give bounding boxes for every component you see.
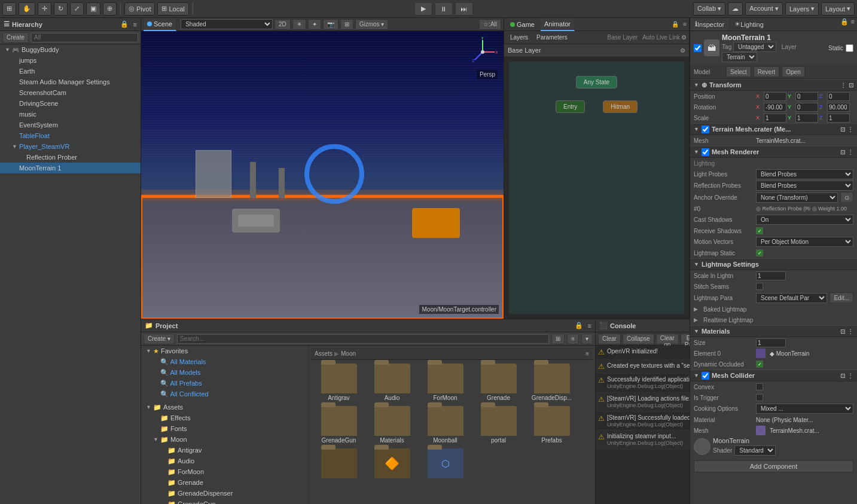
pause-btn[interactable]: ⏸ [435, 2, 453, 16]
object-active-checkbox[interactable] [694, 44, 702, 52]
mesh-collider-section[interactable]: ▼ Mesh Collider ⊡ ⋮ [690, 369, 857, 381]
hierarchy-item-drivingscene[interactable]: DrivingScene [0, 98, 141, 109]
hierarchy-item-reflection-prober[interactable]: Reflection Prober [0, 152, 141, 163]
revert-btn[interactable]: Revert [754, 66, 779, 77]
shader-select[interactable]: Standard [734, 445, 776, 456]
asset-antigrav[interactable]: Antigrav [313, 362, 364, 402]
anchor-override-select[interactable]: None (Transform) [756, 193, 838, 203]
terrain-mesh-checkbox[interactable] [702, 126, 709, 133]
collab-btn[interactable]: Collab ▾ [693, 2, 725, 16]
antigrav-item[interactable]: 📁 Antigrav [141, 445, 308, 456]
hierarchy-item-earth[interactable]: Earth [0, 66, 141, 77]
project-lock-icon[interactable]: 🔒 [575, 322, 583, 329]
size-input[interactable] [756, 338, 786, 347]
settings-icon[interactable]: ⚙ [681, 34, 687, 41]
transform-menu2[interactable]: ⊡ [849, 82, 853, 88]
grenadedispenser-item[interactable]: 📁 GrenadeDispenser [141, 488, 308, 499]
shading-dropdown[interactable]: Shaded [181, 19, 273, 29]
inspector-lock-icon[interactable]: 🔒 [840, 18, 849, 30]
game-lock-icon[interactable]: 🔒 [672, 21, 679, 28]
scale-z-input[interactable] [827, 114, 850, 123]
lightmap-static-check[interactable]: ✓ [756, 249, 763, 256]
hierarchy-menu-icon[interactable]: ≡ [133, 21, 137, 28]
rotate-tool-btn[interactable]: ↻ [54, 2, 68, 16]
lighting-tab[interactable]: ☀ Lighting [730, 18, 769, 30]
lightmap-edit-btn[interactable]: Edit... [829, 292, 853, 303]
hierarchy-create-btn[interactable]: Create [2, 32, 29, 43]
hierarchy-item-jumps[interactable]: jumps [0, 55, 141, 66]
collapse-btn[interactable]: Collapse [623, 334, 654, 344]
hand-tool-btn[interactable]: ✋ [19, 2, 35, 16]
rect-tool-btn[interactable]: ▣ [86, 2, 100, 16]
step-btn[interactable]: ⏭ [455, 2, 473, 16]
hierarchy-item-screenshotcam[interactable]: ScreenshotCam [0, 87, 141, 98]
asset-portal[interactable]: portal [473, 405, 524, 445]
asset-special3[interactable]: ⬡ [420, 447, 471, 481]
layers-tab[interactable]: Layers [507, 31, 532, 44]
breadcrumb-menu[interactable]: ≡ [585, 350, 589, 357]
lightmap-settings-section[interactable]: ▼ Lightmap Settings [690, 258, 857, 270]
cloud-btn[interactable]: ☁ [728, 2, 743, 16]
scale-tool-btn[interactable]: ⤢ [70, 2, 84, 16]
fonts-item[interactable]: 📁 Fonts [141, 423, 308, 434]
asset-special1[interactable] [313, 447, 364, 481]
terrain-mesh-menu2[interactable]: ⋮ [847, 126, 853, 133]
pivot-btn[interactable]: ◎ Pivot [124, 2, 155, 16]
materials-menu[interactable]: ⊡ [840, 328, 845, 335]
transform-menu[interactable]: ⋮ [840, 82, 846, 88]
scene-extra-btn[interactable]: ⊞ [340, 19, 353, 30]
open-btn[interactable]: Open [782, 66, 804, 77]
project-filter-btn[interactable]: ▾ [581, 334, 593, 344]
convex-check[interactable] [756, 383, 763, 390]
game-menu-icon[interactable]: ≡ [683, 21, 687, 28]
hierarchy-item-buggybuddy[interactable]: ▼ 🎮 BuggyBuddy [0, 44, 141, 55]
hierarchy-item-moonterrain[interactable]: MoonTerrain 1 [0, 163, 141, 173]
layers-btn[interactable]: Layers ▾ [785, 2, 819, 16]
any-state-node[interactable]: Any State [576, 76, 617, 88]
hierarchy-lock-icon[interactable]: 🔒 [120, 20, 129, 28]
mesh-collider-menu2[interactable]: ⋮ [847, 372, 853, 379]
formoon-item[interactable]: 📁 ForMoon [141, 466, 308, 477]
hierarchy-search[interactable] [31, 33, 138, 42]
anchor-select-btn[interactable]: ⊙ [840, 192, 853, 203]
audio-item[interactable]: 📁 Audio [141, 456, 308, 466]
all-materials-item[interactable]: 🔍 All Materials [141, 356, 308, 367]
play-btn[interactable]: ▶ [414, 2, 432, 16]
terrain-mesh-section[interactable]: ▼ Terrain Mesh.crater (Me... ⊡ ⋮ [690, 123, 857, 135]
camera-btn[interactable]: 📷 [323, 19, 338, 30]
scene-all-btn[interactable]: ☆:All [479, 19, 501, 30]
lightmap-param-select[interactable]: Scene Default Par [756, 293, 827, 303]
animator-tab[interactable]: Animator [541, 18, 575, 31]
asset-formoon[interactable]: ForMoon [420, 362, 471, 402]
pos-z-input[interactable] [827, 92, 850, 101]
mesh-renderer-menu[interactable]: ⊡ [840, 149, 845, 155]
scale-y-input[interactable] [795, 114, 818, 123]
is-trigger-check[interactable] [756, 394, 763, 401]
hierarchy-item-player-steamvr[interactable]: ▼ Player_SteamVR [0, 141, 141, 152]
clear-on-play-btn[interactable]: Clear on Play [656, 334, 679, 344]
materials-section[interactable]: ▼ Materials ⊡ ⋮ [690, 325, 857, 337]
toolbar-icon-btn[interactable]: ⊞ [2, 2, 16, 16]
project-create-btn[interactable]: Create ▾ [144, 334, 175, 344]
lighting-btn[interactable]: ☀ [292, 19, 306, 30]
layout-btn[interactable]: Layout ▾ [821, 2, 855, 16]
tag-select[interactable]: Untagged [733, 42, 776, 52]
static-checkbox[interactable] [846, 44, 853, 52]
mesh-collider-checkbox[interactable] [702, 372, 709, 380]
mesh-renderer-menu2[interactable]: ⋮ [847, 149, 853, 155]
2d-btn[interactable]: 2D [275, 19, 291, 30]
fx-btn[interactable]: ✦ [308, 19, 321, 30]
select-btn[interactable]: Select [726, 66, 751, 77]
favorites-group[interactable]: ▼ ★ Favorites [141, 346, 308, 356]
dynamic-occluded-check[interactable]: ✓ [756, 361, 763, 368]
transform-section-header[interactable]: ▼ ⊕ Transform ⋮ ⊡ [690, 79, 857, 91]
asset-audio[interactable]: Audio [367, 362, 417, 402]
receive-shadows-check[interactable]: ✓ [756, 227, 763, 234]
hierarchy-item-tablefloat[interactable]: TableFloat [0, 130, 141, 141]
motion-vectors-select[interactable]: Per Object Motion [756, 237, 853, 247]
parameters-tab[interactable]: Parameters [533, 31, 571, 44]
reflection-probes-select[interactable]: Blend Probes [756, 181, 853, 191]
move-tool-btn[interactable]: ✛ [38, 2, 51, 16]
mesh-renderer-section[interactable]: ▼ Mesh Renderer ⊡ ⋮ [690, 146, 857, 158]
mesh-collider-menu[interactable]: ⊡ [840, 372, 845, 379]
